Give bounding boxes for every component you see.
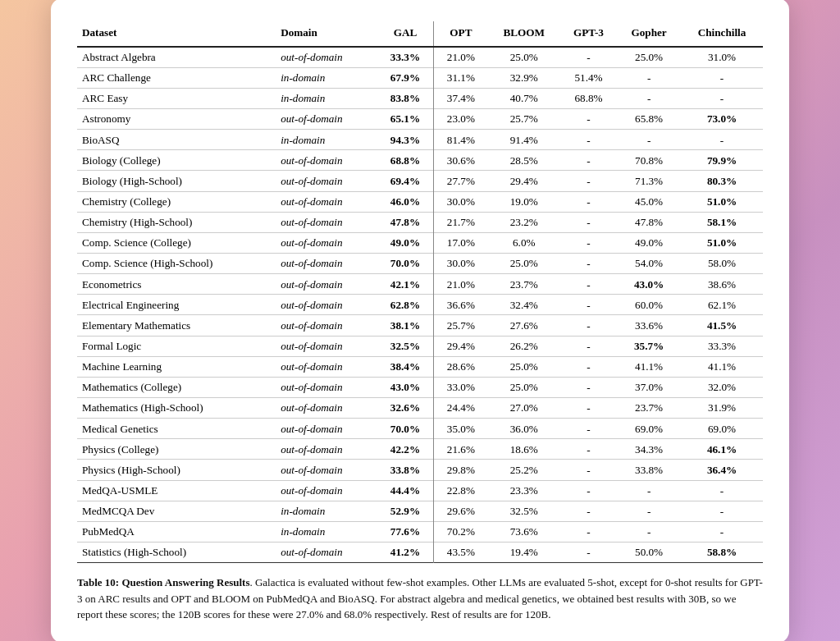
cell-dataset: Physics (College) [77,439,276,460]
table-row: ARC Challenge in-domain 67.9% 31.1% 32.9… [77,67,763,88]
cell-opt: 33.0% [434,377,488,397]
cell-dataset: Chemistry (High-School) [77,212,276,232]
cell-domain: out-of-domain [276,315,377,336]
cell-opt: 81.4% [434,130,488,150]
cell-gopher: - [617,67,681,88]
cell-chinchilla: 58.8% [681,542,763,562]
cell-opt: 29.6% [434,501,488,521]
cell-gopher: 35.7% [617,336,681,356]
cell-gal: 52.9% [377,501,434,521]
cell-bloom: 23.2% [488,212,560,232]
table-header-row: Dataset Domain GAL OPT BLOOM GPT-3 Gophe… [77,21,763,46]
cell-domain: out-of-domain [276,253,377,273]
cell-domain: in-domain [276,130,377,150]
cell-bloom: 36.0% [488,419,560,439]
cell-chinchilla: - [681,501,763,521]
cell-gal: 42.1% [377,274,434,295]
cell-chinchilla: - [681,88,763,108]
cell-domain: out-of-domain [276,542,377,562]
cell-gopher: - [617,521,681,542]
cell-domain: out-of-domain [276,397,377,418]
cell-dataset: ARC Challenge [77,67,276,88]
cell-chinchilla: 41.1% [681,356,763,377]
cell-gopher: - [617,88,681,108]
cell-dataset: Medical Genetics [77,419,276,439]
table-row: Medical Genetics out-of-domain 70.0% 35.… [77,419,763,439]
cell-gpt3: - [560,336,617,356]
cell-gopher: 43.0% [617,274,681,295]
cell-gopher: 70.8% [617,150,681,171]
cell-domain: out-of-domain [276,150,377,171]
cell-gal: 32.6% [377,397,434,418]
cell-bloom: 28.5% [488,150,560,171]
cell-domain: out-of-domain [276,419,377,439]
cell-gal: 62.8% [377,295,434,315]
table-row: Formal Logic out-of-domain 32.5% 29.4% 2… [77,336,763,356]
cell-dataset: Machine Learning [77,356,276,377]
cell-bloom: 32.9% [488,67,560,88]
cell-gal: 38.1% [377,315,434,336]
table-caption: Table 10: Question Answering Results. Ga… [77,575,763,623]
results-table: Dataset Domain GAL OPT BLOOM GPT-3 Gophe… [77,21,763,563]
table-row: PubMedQA in-domain 77.6% 70.2% 73.6% - -… [77,521,763,542]
cell-gpt3: - [560,480,617,501]
cell-chinchilla: 73.0% [681,108,763,129]
cell-opt: 21.0% [434,274,488,295]
table-row: BioASQ in-domain 94.3% 81.4% 91.4% - - - [77,130,763,150]
cell-gpt3: - [560,130,617,150]
table-row: Elementary Mathematics out-of-domain 38.… [77,315,763,336]
cell-domain: out-of-domain [276,295,377,315]
cell-bloom: 19.4% [488,542,560,562]
cell-opt: 31.1% [434,67,488,88]
cell-chinchilla: 62.1% [681,295,763,315]
cell-gpt3: - [560,439,617,460]
cell-bloom: 25.7% [488,108,560,129]
cell-domain: out-of-domain [276,232,377,253]
cell-chinchilla: 51.0% [681,232,763,253]
cell-bloom: 18.6% [488,439,560,460]
cell-opt: 36.6% [434,295,488,315]
cell-dataset: PubMedQA [77,521,276,542]
table-row: ARC Easy in-domain 83.8% 37.4% 40.7% 68.… [77,88,763,108]
cell-dataset: Mathematics (College) [77,377,276,397]
cell-opt: 17.0% [434,232,488,253]
cell-bloom: 23.3% [488,480,560,501]
cell-domain: out-of-domain [276,274,377,295]
cell-gopher: - [617,501,681,521]
cell-gopher: 71.3% [617,171,681,191]
cell-opt: 21.0% [434,47,488,68]
cell-gopher: 65.8% [617,108,681,129]
main-card: Dataset Domain GAL OPT BLOOM GPT-3 Gophe… [51,0,789,641]
cell-chinchilla: 31.0% [681,47,763,68]
table-row: Econometrics out-of-domain 42.1% 21.0% 2… [77,274,763,295]
cell-gpt3: - [560,108,617,129]
table-row: Chemistry (High-School) out-of-domain 47… [77,212,763,232]
cell-gopher: 69.0% [617,419,681,439]
cell-gpt3: - [560,295,617,315]
cell-gopher: 50.0% [617,542,681,562]
cell-dataset: ARC Easy [77,88,276,108]
cell-gopher: 33.8% [617,460,681,480]
cell-dataset: Chemistry (College) [77,191,276,212]
cell-chinchilla: - [681,67,763,88]
cell-opt: 23.0% [434,108,488,129]
cell-opt: 30.6% [434,150,488,171]
col-gal: GAL [377,21,434,46]
cell-gal: 70.0% [377,419,434,439]
cell-gopher: 45.0% [617,191,681,212]
cell-bloom: 27.6% [488,315,560,336]
cell-chinchilla: 38.6% [681,274,763,295]
col-gpt3: GPT-3 [560,21,617,46]
cell-domain: out-of-domain [276,356,377,377]
caption-label: Table 10: Question Answering Results [77,576,249,588]
cell-chinchilla: - [681,130,763,150]
cell-domain: out-of-domain [276,377,377,397]
cell-gal: 69.4% [377,171,434,191]
cell-dataset: Formal Logic [77,336,276,356]
cell-chinchilla: 46.1% [681,439,763,460]
cell-gal: 65.1% [377,108,434,129]
cell-chinchilla: 69.0% [681,419,763,439]
cell-gopher: - [617,480,681,501]
cell-bloom: 23.7% [488,274,560,295]
col-domain: Domain [276,21,377,46]
